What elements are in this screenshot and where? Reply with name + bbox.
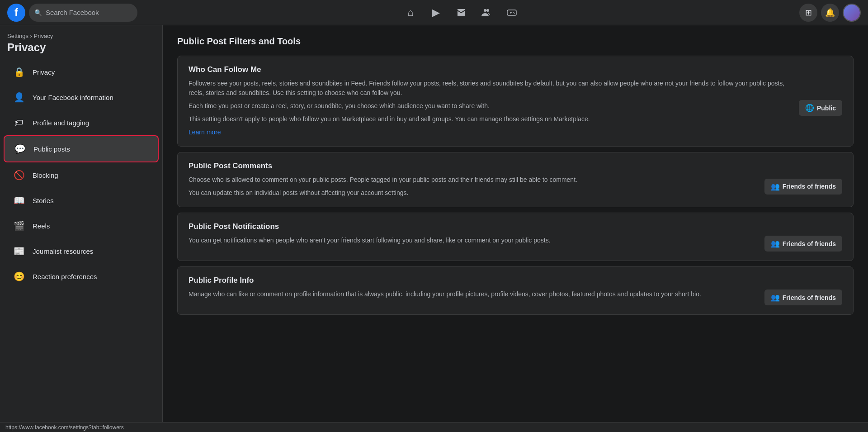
sidebar-label-profile-and-tagging: Profile and tagging [33, 119, 89, 127]
action-btn-public-post-comments[interactable]: 👥Friends of friends [764, 179, 842, 195]
notifications-button[interactable]: 🔔 [821, 4, 839, 22]
action-btn-label-public-profile-info: Friends of friends [783, 294, 836, 301]
settings-card-public-post-comments: Public Post CommentsChoose who is allowe… [177, 152, 854, 207]
action-btn-label-public-post-comments: Friends of friends [783, 183, 836, 190]
card-body-who-can-follow: Followers see your posts, reels, stories… [189, 79, 842, 137]
card-text-who-can-follow: Followers see your posts, reels, stories… [189, 79, 788, 137]
action-btn-icon-public-post-notifications: 👥 [771, 239, 780, 248]
sidebar-icon-profile-and-tagging: 🏷 [11, 114, 27, 131]
sidebar-label-reels: Reels [33, 222, 50, 230]
breadcrumb-settings-link[interactable]: Settings [7, 33, 28, 39]
status-url: https://www.facebook.com/settings?tab=fo… [5, 424, 124, 431]
topnav-center: ⌂ ▶ [152, 2, 770, 24]
action-btn-public-profile-info[interactable]: 👥Friends of friends [764, 290, 842, 305]
settings-card-public-post-notifications: Public Post NotificationsYou can get not… [177, 213, 854, 261]
card-paragraph-public-profile-info-0: Manage who can like or comment on profil… [189, 290, 754, 299]
svg-point-1 [486, 9, 489, 12]
sidebar-icon-reels: 🎬 [11, 218, 27, 234]
nav-marketplace-button[interactable] [450, 2, 472, 24]
topnav: f 🔍 Search Facebook ⌂ ▶ [0, 0, 868, 25]
svg-point-5 [513, 12, 514, 13]
card-paragraph-public-post-comments-1: You can update this on individual posts … [189, 188, 754, 198]
breadcrumb: Settings › Privacy [0, 33, 162, 41]
sidebar: Settings › Privacy Privacy 🔒Privacy👤Your… [0, 25, 163, 422]
sidebar-item-stories[interactable]: 📖Stories [4, 188, 159, 213]
sidebar-item-public-posts[interactable]: 💬Public posts [4, 135, 159, 162]
page-title: Public Post Filters and Tools [177, 36, 854, 47]
nav-groups-button[interactable] [476, 2, 497, 24]
svg-point-6 [514, 13, 515, 14]
action-btn-public-post-notifications[interactable]: 👥Friends of friends [764, 236, 842, 252]
sidebar-label-stories: Stories [33, 197, 54, 204]
sidebar-label-blocking: Blocking [33, 171, 58, 179]
settings-card-public-profile-info: Public Profile InfoManage who can like o… [177, 266, 854, 315]
sidebar-title: Privacy [0, 41, 162, 59]
nav-video-button[interactable]: ▶ [425, 2, 447, 24]
sidebar-label-your-facebook-information: Your Facebook information [33, 94, 113, 101]
sidebar-item-reaction-preferences[interactable]: 😊Reaction preferences [4, 264, 159, 289]
sidebar-item-profile-and-tagging[interactable]: 🏷Profile and tagging [4, 110, 159, 135]
svg-point-0 [484, 9, 486, 12]
action-btn-label-public-post-notifications: Friends of friends [783, 240, 836, 247]
facebook-logo[interactable]: f [7, 4, 25, 22]
sidebar-item-privacy[interactable]: 🔒Privacy [4, 59, 159, 85]
card-title-public-post-notifications: Public Post Notifications [189, 222, 842, 231]
card-title-public-profile-info: Public Profile Info [189, 276, 842, 285]
card-body-public-post-comments: Choose who is allowed to comment on your… [189, 175, 842, 198]
sidebar-item-reels[interactable]: 🎬Reels [4, 213, 159, 238]
card-text-public-profile-info: Manage who can like or comment on profil… [189, 290, 754, 299]
card-paragraph-public-post-notifications-0: You can get notifications when people wh… [189, 236, 754, 245]
card-title-public-post-comments: Public Post Comments [189, 161, 842, 171]
card-body-public-post-notifications: You can get notifications when people wh… [189, 236, 842, 252]
sidebar-label-reaction-preferences: Reaction preferences [33, 273, 97, 280]
sidebar-item-your-facebook-information[interactable]: 👤Your Facebook information [4, 85, 159, 110]
card-paragraph-who-can-follow-2: This setting doesn't apply to people who… [189, 114, 788, 124]
search-bar[interactable]: 🔍 Search Facebook [29, 4, 137, 22]
sidebar-icon-reaction-preferences: 😊 [11, 268, 27, 285]
learn-more-link-who-can-follow[interactable]: Learn more [189, 128, 221, 136]
sidebar-item-blocking[interactable]: 🚫Blocking [4, 162, 159, 188]
card-text-public-post-comments: Choose who is allowed to comment on your… [189, 175, 754, 198]
action-btn-icon-public-post-comments: 👥 [771, 182, 780, 191]
content-area: Public Post Filters and Tools Who Can Fo… [163, 25, 868, 422]
card-paragraph-who-can-follow-1: Each time you post or create a reel, sto… [189, 101, 788, 111]
action-btn-icon-who-can-follow: 🌐 [805, 104, 814, 112]
settings-card-who-can-follow: Who Can Follow MeFollowers see your post… [177, 56, 854, 147]
sidebar-icon-your-facebook-information: 👤 [11, 89, 27, 105]
action-btn-label-who-can-follow: Public [817, 104, 836, 112]
nav-home-button[interactable]: ⌂ [400, 2, 421, 24]
status-bar: https://www.facebook.com/settings?tab=fo… [0, 422, 868, 432]
topnav-right: ⊞ 🔔 [770, 4, 861, 22]
main-layout: Settings › Privacy Privacy 🔒Privacy👤Your… [0, 25, 868, 422]
card-text-public-post-notifications: You can get notifications when people wh… [189, 236, 754, 245]
grid-menu-button[interactable]: ⊞ [799, 4, 817, 22]
sidebar-label-journalist-resources: Journalist resources [33, 247, 93, 255]
sidebar-icon-privacy: 🔒 [11, 64, 27, 80]
card-paragraph-who-can-follow-0: Followers see your posts, reels, stories… [189, 79, 788, 98]
user-avatar[interactable] [843, 4, 861, 22]
card-title-who-can-follow: Who Can Follow Me [189, 65, 842, 74]
sidebar-nav: 🔒Privacy👤Your Facebook information🏷Profi… [0, 59, 162, 289]
search-icon: 🔍 [34, 9, 42, 16]
topnav-left: f 🔍 Search Facebook [7, 4, 152, 22]
cards-container: Who Can Follow MeFollowers see your post… [177, 56, 854, 315]
nav-gaming-button[interactable] [501, 2, 523, 24]
sidebar-label-public-posts: Public posts [33, 145, 70, 153]
sidebar-icon-public-posts: 💬 [12, 141, 28, 157]
card-body-public-profile-info: Manage who can like or comment on profil… [189, 290, 842, 305]
sidebar-icon-blocking: 🚫 [11, 167, 27, 183]
card-paragraph-public-post-comments-0: Choose who is allowed to comment on your… [189, 175, 754, 185]
action-btn-who-can-follow[interactable]: 🌐Public [799, 100, 842, 116]
sidebar-icon-stories: 📖 [11, 192, 27, 209]
sidebar-icon-journalist-resources: 📰 [11, 243, 27, 259]
sidebar-label-privacy: Privacy [33, 68, 55, 76]
action-btn-icon-public-profile-info: 👥 [771, 293, 780, 302]
sidebar-item-journalist-resources[interactable]: 📰Journalist resources [4, 238, 159, 264]
search-placeholder-text: Search Facebook [46, 9, 99, 16]
